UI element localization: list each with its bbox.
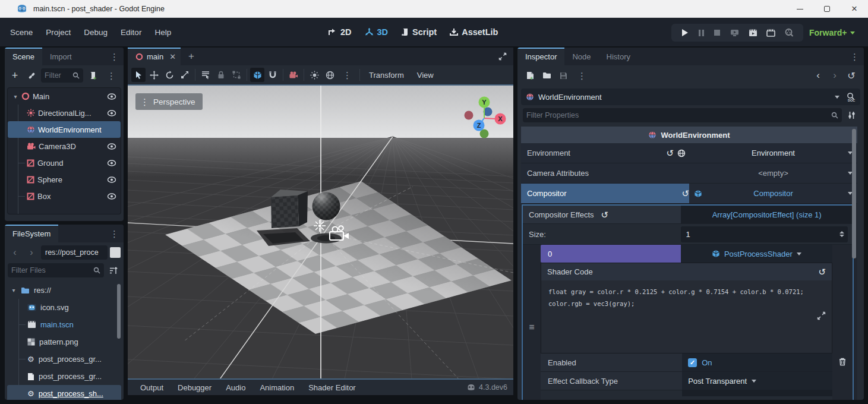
move-tool-button[interactable]	[147, 68, 161, 82]
tab-inspector[interactable]: Inspector	[517, 48, 564, 65]
tree-row-main[interactable]: ▾ Main	[8, 88, 121, 105]
editor-assetlib-button[interactable]: AssetLib	[450, 27, 498, 37]
version-label[interactable]: 4.3.dev6	[479, 383, 507, 392]
snap-toggle[interactable]	[266, 68, 280, 82]
menu-scene[interactable]: Scene	[4, 24, 39, 40]
new-scene-tab-button[interactable]: +	[181, 48, 202, 65]
visibility-eye-icon[interactable]	[107, 143, 116, 150]
history-back-button[interactable]: ‹	[811, 68, 825, 83]
attach-script-button[interactable]: +	[86, 68, 100, 83]
close-tab-icon[interactable]: ✕	[169, 52, 176, 61]
revert-icon[interactable]: ↺	[681, 189, 689, 198]
viewport-menu-icon[interactable]: ⋮	[140, 97, 149, 106]
play-remote-button[interactable]	[730, 29, 739, 37]
scene-dock-menu-icon[interactable]: ⋮	[105, 52, 124, 61]
axis-neg-y[interactable]	[480, 130, 489, 138]
file-row-pattern-png[interactable]: pattern.png	[7, 333, 121, 351]
tree-row-worldenvironment[interactable]: WorldEnvironment	[8, 121, 121, 138]
property-tools-icon[interactable]	[844, 108, 858, 122]
tab-filesystem[interactable]: FileSystem	[5, 225, 58, 242]
view-options-menu-icon[interactable]: ⋮	[338, 71, 356, 80]
effect-callback-dropdown[interactable]: Post Transparent	[682, 372, 832, 390]
transform-menu[interactable]: Transform	[363, 68, 410, 82]
play-scene-button[interactable]	[749, 29, 757, 37]
current-path-input[interactable]	[45, 248, 103, 257]
visibility-eye-icon[interactable]	[107, 193, 116, 200]
enabled-checkbox[interactable]: ✓	[688, 358, 697, 367]
group-selected-button[interactable]	[229, 68, 244, 82]
viewport-3d[interactable]: Y X Z ⋮ Perspective	[128, 84, 513, 380]
drag-handle-icon[interactable]: ≡	[529, 322, 534, 400]
file-row-post-process-shader[interactable]: ⚙ post_process_sh...	[7, 385, 121, 400]
instance-scene-button[interactable]	[24, 68, 39, 83]
nav-back-button[interactable]: ‹	[8, 245, 22, 260]
file-row-root[interactable]: ▾ res://	[7, 282, 121, 299]
tab-import[interactable]: Import	[42, 48, 80, 65]
shader-code-editor[interactable]: float gray = color.r * 0.2125 + color.g …	[541, 280, 832, 353]
expand-viewport-icon[interactable]	[495, 49, 510, 64]
stop-button[interactable]	[714, 29, 721, 36]
property-filter-input[interactable]	[526, 111, 831, 119]
visibility-eye-icon[interactable]	[107, 110, 116, 116]
property-compositor-effects[interactable]: Compositor Effects ↺ Array[CompositorEff…	[523, 206, 853, 224]
view-menu[interactable]: View	[411, 68, 440, 82]
lock-selected-button[interactable]	[214, 68, 228, 82]
minimize-button[interactable]	[786, 0, 813, 18]
scene-tab-main[interactable]: main ✕	[128, 48, 181, 65]
category-worldenvironment[interactable]: WorldEnvironment	[521, 127, 857, 143]
file-sort-icon[interactable]	[106, 263, 121, 277]
editor-3d-button[interactable]: 3D	[365, 27, 389, 37]
edited-object-selector[interactable]: WorldEnvironment DOC	[521, 89, 860, 105]
history-forward-button[interactable]: ›	[828, 68, 842, 83]
select-tool-button[interactable]	[131, 68, 146, 82]
editor-script-button[interactable]: Script	[401, 27, 437, 37]
file-row-icon-svg[interactable]: icon.svg	[7, 299, 121, 316]
maximize-button[interactable]	[813, 0, 841, 18]
file-row-post-process-resource[interactable]: post_process_gr...	[7, 368, 121, 385]
open-docs-icon[interactable]: DOC	[844, 90, 858, 104]
environment-preview-toggle[interactable]	[323, 68, 337, 82]
inspector-scrollbar[interactable]	[852, 129, 856, 258]
spinner-icon[interactable]	[839, 231, 844, 237]
property-compositor[interactable]: Compositor ↺ Compositor	[521, 184, 857, 204]
pause-button[interactable]	[698, 29, 705, 37]
history-icon[interactable]: ↺	[844, 68, 858, 83]
menu-debug[interactable]: Debug	[77, 24, 114, 40]
editor-2d-button[interactable]: 2D	[328, 27, 352, 37]
add-node-button[interactable]: +	[8, 68, 22, 83]
tree-row-sphere[interactable]: Sphere	[8, 171, 121, 188]
revert-icon[interactable]: ↺	[666, 149, 674, 157]
array-size-field[interactable]: 1	[681, 226, 848, 242]
filesystem-scrollbar[interactable]	[117, 284, 121, 339]
play-button[interactable]	[681, 29, 689, 37]
menu-help[interactable]: Help	[148, 24, 178, 40]
new-resource-button[interactable]: +	[523, 68, 537, 83]
bottom-tab-audio[interactable]: Audio	[219, 381, 252, 394]
axis-neg-x[interactable]	[465, 111, 474, 120]
revert-icon[interactable]: ↺	[818, 267, 826, 276]
inspector-menu-icon[interactable]: ⋮	[845, 52, 864, 61]
visibility-eye-icon[interactable]	[107, 93, 116, 100]
visibility-eye-icon[interactable]	[107, 176, 116, 183]
toggle-split-mode-button[interactable]	[110, 247, 121, 258]
property-enabled[interactable]: Enabled ✓ On	[541, 354, 832, 372]
array-element-value[interactable]: PostProcessShader	[681, 245, 832, 263]
resource-menu-icon[interactable]: ⋮	[573, 71, 591, 80]
camera-preview-toggle[interactable]	[286, 68, 301, 82]
filesystem-menu-icon[interactable]: ⋮	[105, 229, 124, 238]
bottom-tab-shader-editor[interactable]: Shader Editor	[302, 381, 362, 394]
local-space-toggle[interactable]	[250, 68, 264, 82]
array-element-index[interactable]: 0	[541, 245, 681, 263]
sun-preview-toggle[interactable]	[307, 68, 321, 82]
file-row-main-tscn[interactable]: main.tscn	[7, 316, 121, 333]
file-row-post-process-gdshader[interactable]: ⚙ post_process_gr...	[7, 351, 121, 368]
expand-editor-icon[interactable]	[817, 311, 826, 320]
close-button[interactable]: ×	[841, 0, 868, 18]
scale-tool-button[interactable]	[178, 68, 192, 82]
play-custom-scene-button[interactable]	[766, 29, 775, 37]
movie-maker-toggle[interactable]	[785, 29, 794, 37]
bottom-tab-output[interactable]: Output	[134, 381, 170, 394]
property-effect-callback-type[interactable]: Effect Callback Type Post Transparent	[541, 372, 832, 390]
property-environment[interactable]: Environment ↺ Environment	[521, 143, 857, 163]
rotate-tool-button[interactable]	[162, 68, 176, 82]
